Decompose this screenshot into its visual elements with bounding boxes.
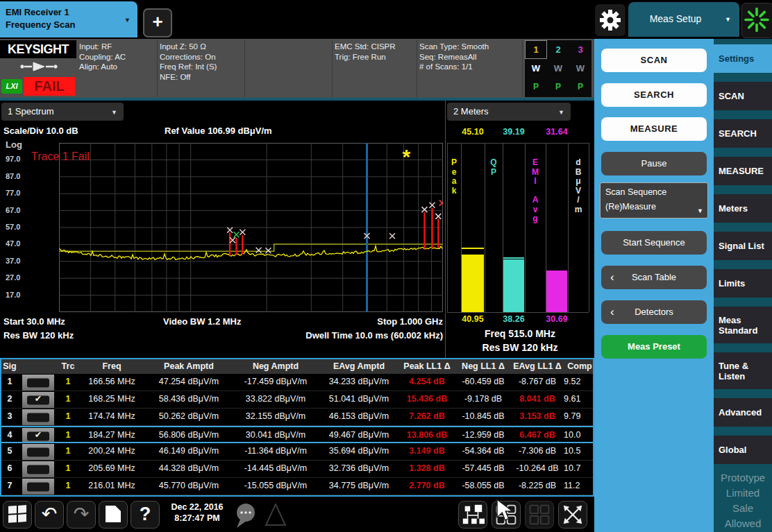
window-arrange-button[interactable] — [458, 501, 487, 529]
signal-checkbox-cell[interactable]: ✔ — [18, 427, 58, 442]
divider — [244, 40, 245, 97]
table-row[interactable]: 61205.69 MHz44.328 dBμV/m-14.445 dBμV/m3… — [1, 461, 593, 478]
table-header-cell[interactable]: Neg Amptd — [232, 359, 319, 374]
checkbox-strip[interactable] — [22, 375, 54, 391]
table-header-cell[interactable]: Trc — [58, 359, 78, 374]
table-row[interactable]: 4✔1184.27 MHz56.806 dBμV/m30.041 dBμV/m4… — [1, 426, 593, 443]
display-area: 1 Spectrum ▼ 2 Meters ▼ Scale/Div 10.0 d… — [0, 101, 594, 358]
table-header-row: SigTrcFreqPeak AmptdNeg AmptdEAvg AmptdP… — [1, 359, 593, 374]
table-header-cell[interactable]: EAvg Amptd — [319, 359, 398, 374]
menu-tab-global[interactable]: Global — [714, 436, 772, 464]
table-row[interactable]: 2✔1168.25 MHz58.436 dBμV/m33.822 dBμV/m5… — [1, 391, 593, 409]
menu-tab-search[interactable]: SEARCH — [714, 119, 772, 148]
search-button[interactable]: SEARCH — [601, 83, 707, 107]
help-button[interactable]: ? — [131, 501, 160, 529]
menu-tab-scan[interactable]: SCAN — [714, 82, 772, 110]
trace-detector-grid[interactable]: 1WP2WP3WP — [525, 40, 591, 97]
menu-tab-measure[interactable]: MEASURE — [714, 157, 772, 185]
file-icon — [104, 504, 122, 524]
checkbox-strip[interactable] — [22, 479, 54, 495]
checkbox-box[interactable] — [27, 465, 49, 474]
trace-detector-cell[interactable]: W — [569, 59, 591, 78]
undo-button[interactable]: ↶ — [35, 501, 64, 529]
signal-checkbox-cell[interactable] — [18, 461, 58, 477]
trace-number-cell[interactable]: 3 — [569, 40, 591, 59]
menu-tab-advanced[interactable]: Advanced — [714, 398, 772, 427]
detectors-button[interactable]: ‹ Detectors — [601, 300, 707, 324]
settings-gear-button[interactable] — [595, 4, 626, 36]
trace-number-cell[interactable]: 2 — [547, 40, 569, 59]
table-row[interactable]: 11166.56 MHz47.254 dBμV/m-17.459 dBμV/m3… — [1, 374, 593, 391]
trc-cell: 1 — [58, 461, 78, 477]
table-header-cell[interactable]: Neg LL1 Δ — [455, 359, 511, 374]
signal-checkbox-cell[interactable] — [18, 443, 58, 460]
signal-checkbox-cell[interactable] — [18, 409, 58, 425]
checkbox-box[interactable] — [27, 482, 49, 491]
table-row[interactable]: 31174.74 MHz50.262 dBμV/m32.155 dBμV/m46… — [1, 409, 593, 426]
scan-table-button[interactable]: ‹ Scan Table — [601, 266, 707, 289]
signal-checkbox-cell[interactable] — [18, 374, 58, 391]
menu-tab-meas-standard[interactable]: Meas Standard — [714, 307, 772, 343]
pause-button[interactable]: Pause — [601, 152, 707, 175]
meas-setup-label: Meas Setup — [628, 13, 723, 24]
fullscreen-button[interactable] — [558, 501, 587, 529]
table-header-cell[interactable]: Peak LL1 Δ — [398, 359, 455, 374]
trace-detector-cell[interactable]: W — [525, 59, 547, 78]
menu-tab-signal-list[interactable]: Signal List — [714, 232, 772, 260]
spectrum-plot[interactable]: * — [59, 143, 443, 312]
signal-checkbox-cell[interactable] — [18, 478, 58, 495]
trace-number-cell[interactable]: 1 — [525, 40, 547, 59]
meter-grid-line — [589, 143, 589, 312]
checkbox-box[interactable] — [27, 413, 49, 422]
redo-button[interactable]: ↷ — [67, 501, 96, 529]
file-button[interactable] — [99, 501, 128, 529]
mode-tab-line2: Frequency Scan — [6, 19, 75, 31]
comp-cell: 10.5 — [564, 443, 594, 460]
measure-button[interactable]: MEASURE — [601, 117, 707, 141]
table-row[interactable]: 51200.24 MHz46.149 dBμV/m-11.364 dBμV/m3… — [1, 443, 593, 461]
message-bubble-icon[interactable] — [232, 501, 262, 530]
trace-p-cell[interactable]: P — [547, 78, 569, 96]
signal-checkbox-cell[interactable]: ✔ — [18, 391, 58, 408]
table-header-cell[interactable]: Peak Amptd — [146, 359, 232, 374]
y-axis-tick-label: 87.0 — [6, 172, 20, 180]
window-arrange-icon — [461, 503, 485, 526]
menu-tab-settings[interactable]: Settings — [714, 44, 772, 73]
grid-layout-button[interactable] — [525, 501, 554, 529]
trace-detector-cell[interactable]: W — [547, 59, 569, 78]
scan-sequence-dropdown[interactable]: Scan Sequence (Re)Measure ▼ — [600, 182, 708, 218]
add-tab-button[interactable]: + — [143, 8, 172, 37]
status-info-line: Trig: Free Run — [335, 52, 396, 62]
table-header-cell[interactable]: EAvg LL1 Δ — [511, 359, 564, 374]
meas-preset-button[interactable]: Meas Preset — [601, 335, 707, 359]
spectrum-window-dropdown[interactable]: 1 Spectrum ▼ — [1, 103, 124, 121]
checkbox-strip[interactable]: ✔ — [22, 392, 54, 408]
checkbox-strip[interactable]: ✔ — [22, 428, 54, 442]
date-label: Dec 22, 2016 — [162, 501, 232, 513]
checkbox-strip[interactable] — [22, 409, 54, 425]
menu-tab-meters[interactable]: Meters — [714, 194, 772, 223]
menu-tab-limits[interactable]: Limits — [714, 269, 772, 298]
table-header-cell[interactable] — [18, 359, 58, 374]
trace-p-cell[interactable]: P — [569, 78, 591, 96]
table-header-cell[interactable]: Freq — [78, 359, 146, 374]
sig-cell: 1 — [1, 374, 18, 391]
windows-start-button[interactable] — [3, 501, 32, 529]
table-header-cell[interactable]: Sig — [1, 359, 18, 374]
trace-p-cell[interactable]: P — [525, 78, 547, 96]
checkbox-box[interactable] — [27, 447, 49, 456]
signal-list-table[interactable]: SigTrcFreqPeak AmptdNeg AmptdEAvg AmptdP… — [0, 358, 594, 497]
busy-indicator-button[interactable] — [741, 3, 772, 38]
menu-tab-tune-listen[interactable]: Tune & Listen — [714, 352, 772, 389]
start-sequence-button[interactable]: Start Sequence — [601, 231, 707, 255]
clock[interactable]: Dec 22, 2016 8:27:47 PM — [162, 501, 232, 524]
table-header-cell[interactable]: Comp — [564, 359, 594, 374]
scan-button[interactable]: SCAN — [601, 49, 707, 72]
checkbox-strip[interactable] — [22, 444, 54, 460]
checkbox-strip[interactable] — [22, 461, 54, 477]
table-row[interactable]: 71216.01 MHz45.770 dBμV/m-15.055 dBμV/m3… — [1, 478, 593, 495]
mode-tab-dropdown[interactable]: EMI Receiver 1 Frequency Scan ▼ — [0, 1, 137, 37]
checkbox-box[interactable] — [27, 378, 49, 387]
meas-setup-dropdown[interactable]: Meas Setup ▼ — [628, 2, 739, 37]
comp-cell: 11.2 — [564, 478, 594, 495]
